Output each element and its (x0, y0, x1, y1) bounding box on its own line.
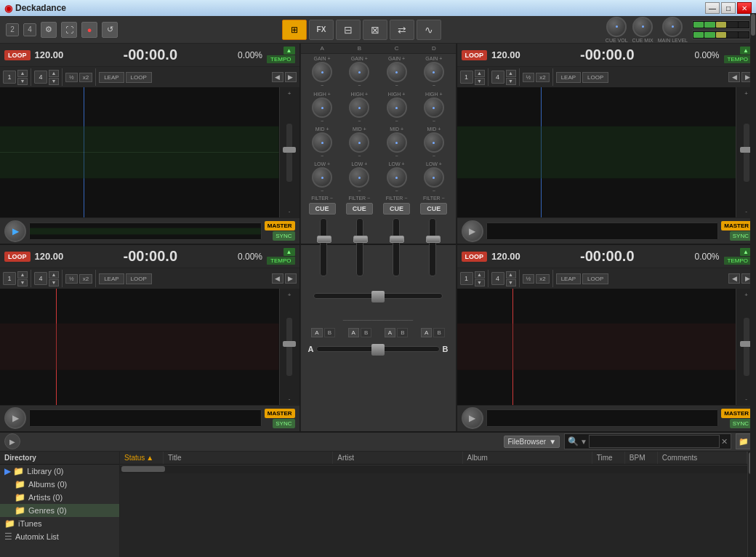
crossfader-handle[interactable] (371, 291, 385, 302)
deck1-loop2-button[interactable]: LOOP (126, 72, 152, 83)
low-b-knob[interactable] (349, 167, 369, 188)
deck2-num[interactable]: 1 (460, 71, 473, 84)
deck1-play-button[interactable]: ▶ (4, 220, 26, 242)
maximize-button[interactable]: □ (721, 2, 736, 14)
album-header[interactable]: Album (463, 452, 592, 464)
wave-button[interactable]: ∿ (417, 20, 441, 40)
cue-a-button[interactable]: CUE (309, 203, 336, 215)
cue-b-button[interactable]: CUE (346, 203, 373, 215)
deck1-arrow-up2[interactable]: ▲ (49, 70, 59, 77)
deck3-num4[interactable]: 4 (34, 272, 47, 285)
deck-num-4[interactable]: 4 (23, 23, 36, 36)
deck3-x2-button[interactable]: x2 (79, 274, 92, 284)
ab4-b-btn[interactable]: B (433, 328, 444, 337)
albums-item[interactable]: 📁 Albums (0) (0, 478, 119, 491)
browser-play-button[interactable]: ▶ (4, 433, 20, 449)
deck3-tempo-label[interactable]: TEMPO (267, 257, 294, 265)
itunes-item[interactable]: 📁 iTunes (0, 517, 119, 530)
search-clear-button[interactable]: ✕ (721, 437, 728, 446)
low-c-knob[interactable] (387, 167, 407, 188)
fader-d-handle[interactable] (426, 236, 441, 243)
deck1-pitch-handle[interactable] (283, 147, 296, 153)
deck1-num4[interactable]: 4 (34, 71, 47, 84)
deck2-tempo-label[interactable]: TEMPO (724, 55, 752, 63)
cue-vol-knob[interactable] (606, 17, 627, 37)
gain-c-knob[interactable] (387, 62, 407, 82)
deck1-arrow-up[interactable]: ▲ (17, 70, 28, 77)
mixer-button[interactable]: ⊟ (336, 20, 361, 40)
deck2-nav-left[interactable]: ◀ (728, 72, 740, 82)
deck3-nav-left[interactable]: ◀ (272, 273, 284, 284)
split-button[interactable]: ⊠ (363, 20, 387, 40)
deck1-nav-left[interactable]: ◀ (272, 72, 284, 82)
deck1-arrow-down[interactable]: ▼ (17, 78, 28, 85)
deck4-nav-left[interactable]: ◀ (728, 273, 740, 284)
deck2-arrow-down[interactable]: ▼ (475, 78, 485, 85)
browser-folder-button[interactable]: 📁 (736, 433, 752, 449)
deck1-tempo-button[interactable]: ▲ (284, 47, 295, 55)
low-d-knob[interactable] (424, 167, 444, 188)
deck2-sync-button[interactable]: SYNC (730, 231, 752, 241)
cue-d-button[interactable]: CUE (420, 203, 447, 215)
minimize-button[interactable]: — (705, 2, 720, 14)
deck1-x2-button[interactable]: x2 (79, 73, 92, 82)
ab2-b-btn[interactable]: B (361, 328, 371, 337)
search-dropdown-arrow[interactable]: ▼ (580, 438, 587, 446)
deck1-num[interactable]: 1 (3, 71, 16, 84)
deck3-arrow-up2[interactable]: ▲ (49, 271, 59, 278)
deck2-loop-button[interactable]: LOOP (462, 50, 488, 60)
deck2-leap-button[interactable]: LEAP (556, 72, 581, 83)
gain-a-knob[interactable] (312, 62, 332, 82)
fader-c-handle[interactable] (390, 236, 404, 243)
mid-a-knob[interactable] (312, 132, 332, 153)
rec2-button[interactable]: ⇄ (390, 20, 414, 40)
deck1-master-button[interactable]: MASTER (265, 221, 295, 231)
deck4-leap-button[interactable]: LEAP (556, 273, 581, 284)
deck2-arrow-up2[interactable]: ▲ (506, 70, 516, 77)
file-browser-dropdown[interactable]: FileBrowser ▼ (504, 436, 560, 448)
deck1-sync-button[interactable]: SYNC (273, 231, 294, 241)
ab3-b-btn[interactable]: B (397, 328, 408, 337)
deck4-master-button[interactable]: MASTER (721, 409, 752, 418)
deck1-leap-button[interactable]: LEAP (99, 72, 124, 83)
record-button[interactable]: ● (81, 22, 97, 38)
settings-button[interactable]: ⚙ (41, 22, 57, 38)
low-a-knob[interactable] (312, 167, 332, 188)
deck4-arrow-down[interactable]: ▼ (475, 279, 485, 286)
main-level-knob[interactable] (662, 17, 683, 37)
status-header[interactable]: Status ▲ (120, 452, 164, 464)
mid-c-knob[interactable] (387, 132, 407, 153)
mid-b-knob[interactable] (349, 132, 369, 153)
crossfader2-handle[interactable] (371, 344, 385, 356)
deck4-arrow-up2[interactable]: ▲ (506, 271, 516, 278)
deck4-loop-button[interactable]: LOOP (462, 252, 488, 262)
cue-mix-knob[interactable] (632, 17, 653, 37)
deck4-num4[interactable]: 4 (491, 272, 504, 285)
fader-a-handle[interactable] (317, 236, 331, 243)
ab1-b-btn[interactable]: B (324, 328, 335, 337)
deck4-loop2-button[interactable]: LOOP (582, 273, 608, 284)
deck3-nav-right[interactable]: ▶ (285, 273, 297, 284)
time-header[interactable]: Time (592, 452, 625, 464)
comments-header[interactable]: Comments (658, 452, 747, 464)
deck3-tempo-arrow[interactable]: ▲ (284, 248, 295, 256)
deck2-master-button[interactable]: MASTER (721, 221, 752, 231)
deck3-sync-button[interactable]: SYNC (273, 419, 294, 428)
fx-eq-button[interactable]: ⊞ (282, 20, 307, 40)
high-b-knob[interactable] (349, 97, 369, 118)
deck3-arrow-down2[interactable]: ▼ (49, 279, 59, 286)
fx-button[interactable]: FX (309, 20, 334, 40)
deck3-num[interactable]: 1 (3, 272, 16, 285)
deck3-master-button[interactable]: MASTER (265, 409, 295, 418)
expand-button[interactable]: ⛶ (61, 22, 77, 38)
deck1-nav-right[interactable]: ▶ (285, 72, 297, 82)
deck4-num[interactable]: 1 (460, 272, 473, 285)
ab1-a-btn[interactable]: A (311, 328, 322, 337)
deck2-x2-button[interactable]: x2 (536, 73, 549, 82)
ab3-a-btn[interactable]: A (385, 328, 395, 337)
mid-d-knob[interactable] (424, 132, 444, 153)
gain-d-knob[interactable] (424, 62, 444, 82)
deck-num-2[interactable]: 2 (6, 23, 19, 36)
loop-button[interactable]: ↺ (102, 22, 118, 38)
genres-item[interactable]: 📁 Genres (0) (0, 504, 119, 517)
